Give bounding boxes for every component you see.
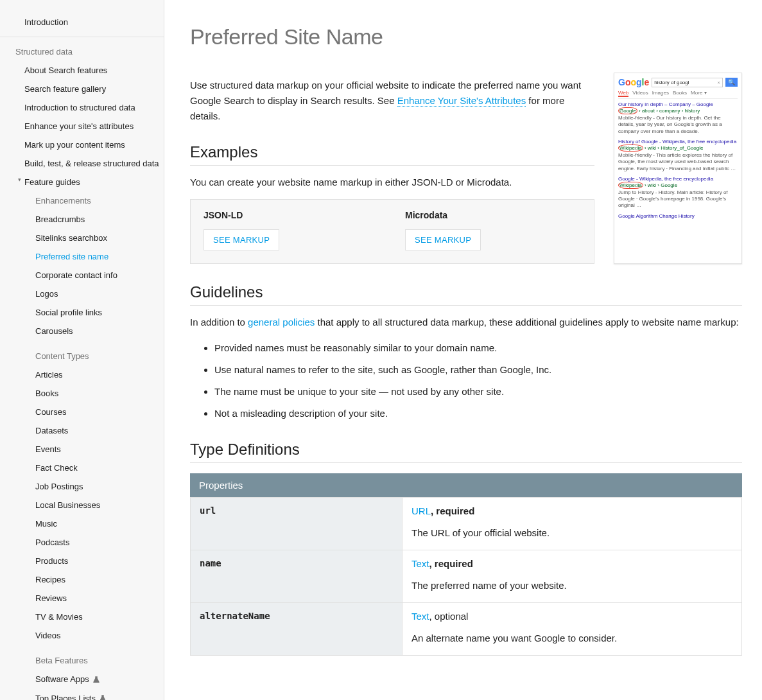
nav-item[interactable]: Music <box>0 514 164 533</box>
prop-name: alternateName <box>191 603 403 656</box>
properties-header: Properties <box>190 473 742 497</box>
nav-item[interactable]: Mark up your content items <box>0 136 164 154</box>
nav-header-beta: Beta Features <box>0 651 164 670</box>
table-row: name Text, required The preferred name o… <box>191 550 742 603</box>
prop-desc: URL, required The URL of your official w… <box>403 498 742 550</box>
table-row: url URL, required The URL of your offici… <box>191 498 742 550</box>
nav-item[interactable]: Logos <box>0 284 164 303</box>
nav-item[interactable]: Reviews <box>0 589 164 608</box>
google-logo: Google <box>618 77 649 87</box>
sidebar: Introduction Structured data About Searc… <box>0 0 164 700</box>
typedef-heading: Type Definitions <box>190 441 742 463</box>
nav-item[interactable]: Sitelinks searchbox <box>0 229 164 247</box>
nav-introduction[interactable]: Introduction <box>0 13 164 31</box>
nav-item[interactable]: Events <box>0 440 164 459</box>
list-item: The name must be unique to your site — n… <box>214 384 742 399</box>
nav-item[interactable]: Videos <box>0 626 164 645</box>
nav-item[interactable]: Products <box>0 552 164 570</box>
nav-item[interactable]: Search feature gallery <box>0 80 164 98</box>
nav-item[interactable]: Build, test, & release structured data <box>0 154 164 173</box>
nav-preferred-site-name[interactable]: Preferred site name <box>0 247 164 266</box>
enhance-attributes-link[interactable]: Enhance Your Site's Attributes <box>397 95 526 107</box>
microdata-label: Microdata <box>405 210 581 220</box>
nav-header-enhancements: Enhancements <box>0 191 164 210</box>
nav-item[interactable]: Breadcrumbs <box>0 210 164 229</box>
nav-item[interactable]: TV & Movies <box>0 608 164 626</box>
nav-item[interactable]: Corporate contact info <box>0 266 164 284</box>
nav-item[interactable]: Articles <box>0 365 164 384</box>
nav-item[interactable]: Enhance your site's attributes <box>0 117 164 136</box>
jsonld-label: JSON-LD <box>203 210 379 220</box>
guidelines-heading: Guidelines <box>190 283 742 306</box>
flask-icon <box>98 694 107 700</box>
nav-header-structured-data: Structured data <box>0 42 164 61</box>
general-policies-link[interactable]: general policies <box>248 317 315 328</box>
examples-paragraph: You can create your website name markup … <box>190 175 594 190</box>
nav-item[interactable]: Podcasts <box>0 533 164 552</box>
type-link[interactable]: Text <box>411 611 429 622</box>
nav-item[interactable]: Books <box>0 384 164 403</box>
nav-item[interactable]: Introduction to structured data <box>0 98 164 117</box>
nav-header-content-types: Content Types <box>0 347 164 365</box>
guidelines-intro: In addition to general policies that app… <box>190 315 742 330</box>
nav-item[interactable]: Carousels <box>0 322 164 340</box>
guidelines-list: Provided names must be reasonably simila… <box>214 340 742 421</box>
nav-item[interactable]: Fact Check <box>0 459 164 477</box>
prop-desc: Text, optional An alternate name you wan… <box>403 603 742 656</box>
list-item: Not a misleading description of your sit… <box>214 406 742 421</box>
see-markup-microdata-button[interactable]: SEE MARKUP <box>405 229 481 250</box>
properties-table: url URL, required The URL of your offici… <box>190 497 742 656</box>
prop-name: url <box>191 498 403 550</box>
nav-item[interactable]: About Search features <box>0 61 164 80</box>
main-content: Preferred Site Name Use structured data … <box>164 0 761 700</box>
nav-item[interactable]: Job Postings <box>0 477 164 496</box>
examples-heading: Examples <box>190 143 594 166</box>
intro-paragraph: Use structured data markup on your offic… <box>190 78 594 124</box>
type-link[interactable]: Text <box>411 558 429 569</box>
nav-item[interactable]: Social profile links <box>0 303 164 322</box>
type-link[interactable]: URL <box>411 505 431 516</box>
nav-item[interactable]: Recipes <box>0 570 164 589</box>
search-icon: 🔍 <box>725 78 738 87</box>
table-row: alternateName Text, optional An alternat… <box>191 603 742 656</box>
nav-item[interactable]: Datasets <box>0 421 164 440</box>
see-markup-jsonld-button[interactable]: SEE MARKUP <box>203 229 279 250</box>
nav-feature-guides[interactable]: Feature guides <box>0 173 164 191</box>
serp-preview-image: Google history of googl× 🔍 WebVideosImag… <box>614 73 742 264</box>
flask-icon <box>92 676 101 685</box>
prop-name: name <box>191 550 403 603</box>
page-title: Preferred Site Name <box>190 24 742 49</box>
prop-desc: Text, required The preferred name of you… <box>403 550 742 603</box>
nav-item[interactable]: Local Businesses <box>0 496 164 514</box>
nav-item[interactable]: Courses <box>0 403 164 421</box>
list-item: Use natural names to refer to the site, … <box>214 362 742 378</box>
nav-item-beta[interactable]: Top Places Lists <box>0 689 164 700</box>
examples-box: JSON-LD SEE MARKUP Microdata SEE MARKUP <box>190 199 594 264</box>
nav-item-beta[interactable]: Software Apps <box>0 670 164 689</box>
list-item: Provided names must be reasonably simila… <box>214 340 742 356</box>
